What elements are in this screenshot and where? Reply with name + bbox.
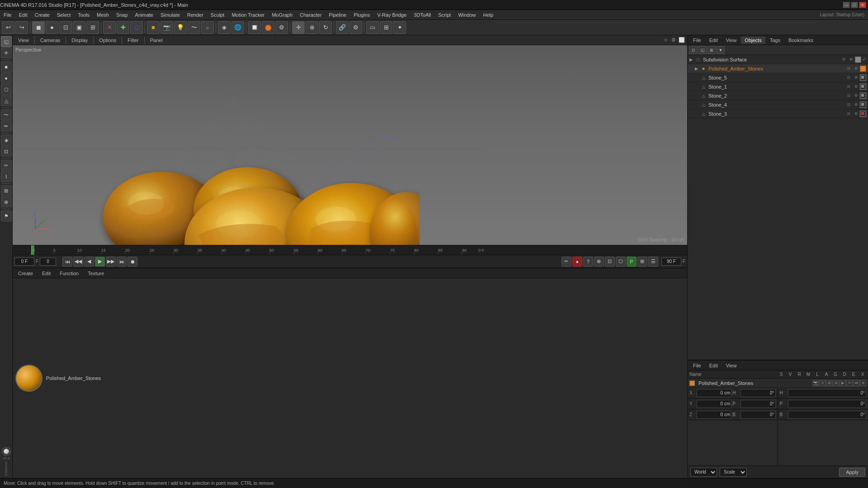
playback-tool-1[interactable]: ✂ bbox=[561, 257, 571, 267]
playback-tool-8[interactable]: ☰ bbox=[648, 257, 658, 267]
sculpt-tool[interactable]: ⊕ bbox=[1, 197, 12, 207]
menu-render[interactable]: Render bbox=[184, 11, 207, 19]
light-button[interactable]: 💡 bbox=[174, 21, 187, 34]
stone2-vis-2[interactable]: ⚙ bbox=[853, 93, 859, 99]
cone-tool[interactable]: △ bbox=[1, 95, 12, 106]
menu-pipeline[interactable]: Pipeline bbox=[325, 11, 350, 19]
stone1-vis-1[interactable]: ⊡ bbox=[845, 84, 852, 90]
objects-tab-bookmarks[interactable]: Bookmarks bbox=[785, 37, 817, 44]
edge-mode-button[interactable]: ⊡ bbox=[59, 21, 72, 34]
objects-tab-objects[interactable]: Objects bbox=[741, 37, 765, 44]
viewport-canvas[interactable]: Perspective bbox=[13, 45, 687, 245]
render-settings-button[interactable]: ⚙ bbox=[275, 21, 288, 34]
scale-button[interactable]: ⊕ bbox=[306, 21, 318, 34]
attr-icon-box[interactable]: ⊡ bbox=[819, 380, 826, 386]
playback-tool-green[interactable]: P bbox=[627, 257, 637, 267]
knife-tool[interactable]: ✂ bbox=[1, 160, 12, 171]
stone3-vis-2[interactable]: ⚙ bbox=[853, 111, 859, 117]
material-tool[interactable]: ◈ bbox=[1, 135, 12, 145]
minimize-button[interactable]: ─ bbox=[843, 2, 850, 8]
attr-icon-dots2[interactable]: ⊞ bbox=[833, 380, 839, 386]
attr-tab-view[interactable]: View bbox=[722, 362, 741, 369]
light2-button[interactable]: ✦ bbox=[393, 21, 406, 34]
close-button[interactable]: ✕ bbox=[859, 2, 866, 8]
menu-vray[interactable]: V-Ray Bridge bbox=[374, 11, 410, 19]
spline-button[interactable]: 〜 bbox=[188, 21, 200, 34]
material-tab-texture[interactable]: Texture bbox=[84, 270, 108, 277]
menu-mesh[interactable]: Mesh bbox=[93, 11, 113, 19]
bridge-tool[interactable]: ⌇ bbox=[1, 171, 12, 182]
render-view-button[interactable]: 🔲 bbox=[248, 21, 261, 34]
menu-create[interactable]: Create bbox=[31, 11, 53, 19]
move-tool[interactable]: ✛ bbox=[1, 47, 12, 58]
timeline-ruler[interactable]: 0 5 10 15 20 25 30 35 40 45 50 55 60 65 … bbox=[13, 245, 687, 255]
subdiv-check[interactable]: ✓ bbox=[862, 56, 866, 62]
z-axis-button[interactable]: ⬡ bbox=[130, 21, 143, 34]
menu-help[interactable]: Help bbox=[480, 11, 497, 19]
playback-tool-3[interactable]: ? bbox=[583, 257, 593, 267]
undo-button[interactable]: ↩ bbox=[2, 21, 14, 34]
menu-3dtoall[interactable]: 3DToAll bbox=[410, 11, 434, 19]
snap-button[interactable]: 🔗 bbox=[336, 21, 349, 34]
attr-icon-last[interactable]: ⊕ bbox=[860, 380, 866, 386]
menu-motion-tracker[interactable]: Motion Tracker bbox=[228, 11, 268, 19]
goto-start-button[interactable]: ⏮ bbox=[62, 257, 72, 267]
b-value-input[interactable] bbox=[741, 411, 775, 419]
menu-edit[interactable]: Edit bbox=[15, 11, 31, 19]
p-size-input[interactable] bbox=[788, 400, 867, 408]
y-axis-button[interactable]: ✚ bbox=[117, 21, 129, 34]
play-button[interactable]: ▶ bbox=[95, 257, 105, 267]
deform-button[interactable]: ⬦ bbox=[201, 21, 214, 34]
attr-tab-file[interactable]: File bbox=[689, 362, 705, 369]
mode-select[interactable]: Scale Move Rotate bbox=[720, 468, 747, 477]
model-mode-button[interactable]: ◼ bbox=[32, 21, 45, 34]
viewport-icon-2[interactable]: ⚙ bbox=[670, 37, 677, 44]
objects-tab-file[interactable]: File bbox=[689, 37, 705, 44]
obj-stone-2[interactable]: △ Stone_2 ⊡ ⚙ bbox=[688, 91, 868, 100]
scene-button[interactable]: 🌐 bbox=[231, 21, 244, 34]
p-value-input[interactable] bbox=[741, 400, 775, 408]
layer-vis-2[interactable]: ⚙ bbox=[853, 66, 859, 72]
y-value-input[interactable] bbox=[697, 400, 731, 408]
objects-tool-3[interactable]: ⊞ bbox=[708, 46, 716, 54]
viewport-tab-view[interactable]: View bbox=[14, 37, 33, 44]
scene-settings-button[interactable]: ⊞ bbox=[380, 21, 392, 34]
viewport-icon-1[interactable]: ⊹ bbox=[662, 37, 669, 44]
menu-file[interactable]: File bbox=[0, 11, 15, 19]
texture-tool[interactable]: ⊡ bbox=[1, 146, 12, 157]
objects-tool-2[interactable]: ◱ bbox=[698, 46, 707, 54]
material-preview-ball[interactable] bbox=[15, 365, 42, 392]
attr-item-polished[interactable]: Polished_Amber_Stones 📷 ⊡ ⊞ ⊞ ▶ ✏ ⇄ ⊕ bbox=[688, 379, 868, 388]
uv-mode-button[interactable]: ⊞ bbox=[86, 21, 99, 34]
objects-tab-edit[interactable]: Edit bbox=[706, 37, 722, 44]
menu-simulate[interactable]: Simulate bbox=[157, 11, 184, 19]
menu-animate[interactable]: Animate bbox=[132, 11, 157, 19]
viewport-tab-panel[interactable]: Panel bbox=[146, 37, 166, 44]
step-forward-button[interactable]: ▶▶ bbox=[106, 257, 116, 267]
end-frame-input[interactable] bbox=[661, 258, 681, 266]
stone4-vis-1[interactable]: ⊡ bbox=[845, 102, 852, 108]
cylinder-tool[interactable]: ⬡ bbox=[1, 84, 12, 95]
redo-button[interactable]: ↪ bbox=[15, 21, 28, 34]
objects-tab-tags[interactable]: Tags bbox=[766, 37, 784, 44]
stone5-vis-2[interactable]: ⚙ bbox=[853, 75, 859, 81]
render-button[interactable]: ⬤ bbox=[262, 21, 274, 34]
obj-stone-3[interactable]: △ Stone_3 ⊡ ⚙ bbox=[688, 109, 868, 118]
h-size-input[interactable] bbox=[788, 389, 867, 397]
playback-tool-6[interactable]: ⬡ bbox=[616, 257, 626, 267]
obj-stone-4[interactable]: △ Stone_4 ⊡ ⚙ bbox=[688, 100, 868, 109]
step-back-button[interactable]: ◀◀ bbox=[73, 257, 83, 267]
menu-select[interactable]: Select bbox=[53, 11, 75, 19]
record-button[interactable]: ⏺ bbox=[127, 257, 137, 267]
obj-stone-1[interactable]: △ Stone_1 ⊡ ⚙ bbox=[688, 82, 868, 91]
sphere-tool[interactable]: ● bbox=[1, 73, 12, 84]
material-tab-create[interactable]: Create bbox=[14, 270, 37, 277]
material-button[interactable]: ◈ bbox=[218, 21, 231, 34]
stone4-vis-2[interactable]: ⚙ bbox=[853, 102, 859, 108]
h-value-input[interactable] bbox=[741, 389, 775, 397]
layer-vis-1[interactable]: ⊡ bbox=[845, 66, 852, 72]
menu-sculpt[interactable]: Sculpt bbox=[207, 11, 228, 19]
menu-mograph[interactable]: MoGraph bbox=[268, 11, 296, 19]
stone5-vis-1[interactable]: ⊡ bbox=[845, 75, 852, 81]
layer-tool[interactable]: ⊞ bbox=[1, 185, 12, 196]
